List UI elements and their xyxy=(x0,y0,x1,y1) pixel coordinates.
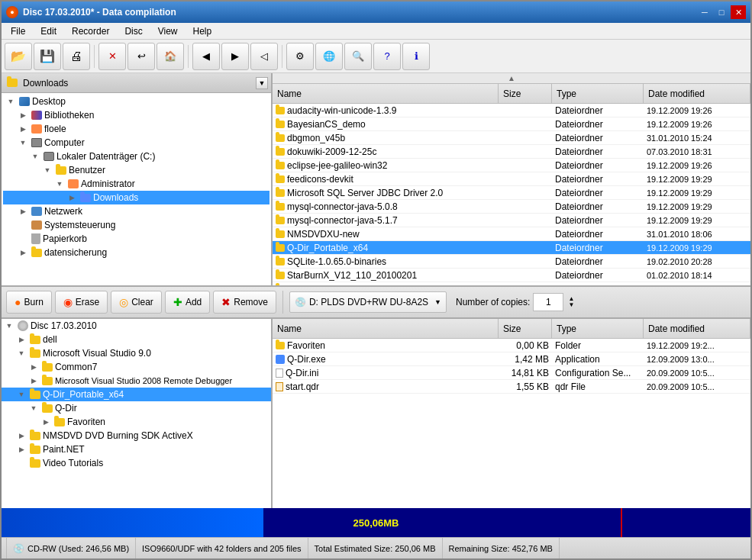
expander-disc-msvsremote[interactable]: ▶ xyxy=(27,375,40,387)
file-row[interactable]: StarBurnX_V12_110_20100201 Dateiordner 0… xyxy=(273,269,750,282)
expander-floele[interactable]: ▶ xyxy=(17,123,29,135)
tb-prev-button[interactable]: ◀ xyxy=(192,43,220,70)
expander-netzwerk[interactable]: ▶ xyxy=(17,205,29,217)
copies-input[interactable] xyxy=(533,293,563,311)
tb-settings-button[interactable]: ⚙ xyxy=(286,43,314,70)
menu-disc[interactable]: Disc xyxy=(118,24,148,38)
menu-view[interactable]: View xyxy=(152,24,184,38)
disc-tree-item-msvs[interactable]: ▼ Microsoft Visual Studio 9.0 xyxy=(2,346,271,360)
file-row[interactable]: Q-Dir_Portable_x64 Dateiordner 19.12.200… xyxy=(273,241,750,255)
tb-next-button[interactable]: ▶ xyxy=(221,43,249,70)
expander-datensicherung[interactable]: ▶ xyxy=(17,246,29,259)
disc-tree-pane[interactable]: ▼ Disc 17.03.2010 ▶ dell ▼ Microsoft Vis… xyxy=(2,319,273,508)
menu-help[interactable]: Help xyxy=(187,24,218,38)
tb-save-button[interactable]: 💾 xyxy=(34,43,61,70)
col-header-date[interactable]: Date modified xyxy=(644,84,750,103)
minimize-button[interactable]: ─ xyxy=(697,5,712,19)
expander-administrator[interactable]: ▼ xyxy=(53,178,66,190)
tb-open-button[interactable]: 📂 xyxy=(5,43,32,70)
tree-item-downloads[interactable]: ▶ Downloads xyxy=(3,191,269,204)
tree-item-lokaler[interactable]: ▼ Lokaler Datenträger (C:) xyxy=(3,150,269,163)
tb-search-button[interactable]: 🔍 xyxy=(344,43,372,70)
expander-disc-msvs[interactable]: ▼ xyxy=(15,347,27,359)
copies-spinner[interactable]: ▲ ▼ xyxy=(568,296,574,308)
disc-tree-item-qdirinner[interactable]: ▼ Q-Dir xyxy=(2,401,271,415)
file-row[interactable]: feedicons-devkit Dateiordner 19.12.2009 … xyxy=(273,172,750,186)
tree-item-benutzer[interactable]: ▼ Benutzer xyxy=(3,163,269,177)
burn-button[interactable]: ● Burn xyxy=(6,291,52,314)
disc-file-row[interactable]: start.qdr 1,55 KB qdr File 20.09.2009 10… xyxy=(273,380,750,394)
file-row[interactable]: eclipse-jee-galileo-win32 Dateiordner 19… xyxy=(273,159,750,172)
expander-disc-qdir[interactable]: ▼ xyxy=(15,388,27,401)
disc-col-header-date[interactable]: Date modified xyxy=(644,319,750,338)
tree-item-papierkorb[interactable]: ▶ Papierkorb xyxy=(3,232,269,246)
tb-print-button[interactable]: 🖨 xyxy=(63,43,90,70)
tree-item-systemsteuerung[interactable]: ▶ Systemsteuerung xyxy=(3,218,269,232)
menu-recorder[interactable]: Recorder xyxy=(66,24,115,38)
maximize-button[interactable]: □ xyxy=(714,5,729,19)
remove-button[interactable]: ✖ Remove xyxy=(213,291,276,314)
disc-tree-item-paintnet[interactable]: ▶ Paint.NET xyxy=(2,443,271,456)
disc-file-row[interactable]: Q-Dir.ini 14,81 KB Configuration Se... 2… xyxy=(273,366,750,380)
disc-tree-item-dell[interactable]: ▶ dell xyxy=(2,333,271,346)
expander-computer[interactable]: ▼ xyxy=(17,137,29,149)
disc-tree-item-common7[interactable]: ▶ Common7 xyxy=(2,360,271,374)
file-row[interactable]: dokuwiki-2009-12-25c Dateiordner 07.03.2… xyxy=(273,145,750,159)
close-button[interactable]: ✕ xyxy=(731,5,746,19)
erase-button[interactable]: ◉ Erase xyxy=(55,291,108,314)
copies-down-button[interactable]: ▼ xyxy=(568,302,574,308)
expander-desktop[interactable]: ▼ xyxy=(5,95,17,108)
file-row[interactable]: mysql-connector-java-5.0.8 Dateiordner 1… xyxy=(273,200,750,214)
file-row[interactable]: SQLite-1.0.65.0-binaries Dateiordner 19.… xyxy=(273,255,750,269)
tb-undo-button[interactable]: ↩ xyxy=(127,43,155,70)
file-row[interactable]: dbgmon_v45b Dateiordner 31.01.2010 15:24 xyxy=(273,131,750,145)
tb-help-button[interactable]: ? xyxy=(373,43,401,70)
expander-lokaler[interactable]: ▼ xyxy=(29,150,41,163)
disc-col-header-size[interactable]: Size xyxy=(499,319,552,338)
disc-tree-item-favoriten[interactable]: ▶ Favoriten xyxy=(2,415,271,429)
col-header-size[interactable]: Size xyxy=(499,84,552,103)
file-row[interactable]: audacity-win-unicode-1.3.9 Dateiordner 1… xyxy=(273,104,750,117)
disc-tree-item-qdir[interactable]: ▼ Q-Dir_Portable_x64 xyxy=(2,388,271,401)
expander-disc-favoriten[interactable]: ▶ xyxy=(40,416,52,428)
filetree-dropdown-button[interactable]: ▼ xyxy=(256,77,268,89)
expander-downloads[interactable]: ▶ xyxy=(66,191,78,204)
menu-file[interactable]: File xyxy=(5,24,31,38)
tb-delete-button[interactable]: ✕ xyxy=(98,43,126,70)
tree-item-netzwerk[interactable]: ▶ Netzwerk xyxy=(3,204,269,218)
disc-file-row[interactable]: Q-Dir.exe 1,42 MB Application 12.09.2009… xyxy=(273,352,750,366)
expander-benutzer[interactable]: ▼ xyxy=(41,164,53,176)
drive-select[interactable]: 💿 D: PLDS DVD+RW DU-8A2S ▼ xyxy=(289,291,447,313)
disc-col-header-type[interactable]: Type xyxy=(552,319,644,338)
file-row[interactable]: BayesianCS_demo Dateiordner 19.12.2009 1… xyxy=(273,117,750,131)
expander-disc-root[interactable]: ▼ xyxy=(3,320,15,332)
disc-tree-item-msvsremote[interactable]: ▶ Microsoft Visual Studio 2008 Remote De… xyxy=(2,374,271,388)
tree-item-datensicherung[interactable]: ▶ datensicherung xyxy=(3,246,269,259)
expander-disc-qdirinner[interactable]: ▼ xyxy=(27,402,40,414)
disc-file-row[interactable]: Favoriten 0,00 KB Folder 19.12.2009 19:2… xyxy=(273,339,750,352)
tb-globe-button[interactable]: 🌐 xyxy=(315,43,343,70)
file-row[interactable]: mysql-connector-java-5.1.7 Dateiordner 1… xyxy=(273,214,750,227)
menu-edit[interactable]: Edit xyxy=(34,24,63,38)
file-row[interactable]: StarBurnX_v12_140_20100312 Dateiordner 1… xyxy=(273,282,750,285)
expander-disc-dell[interactable]: ▶ xyxy=(15,333,27,346)
disc-file-content[interactable]: Favoriten 0,00 KB Folder 19.12.2009 19:2… xyxy=(273,339,750,508)
tree-item-desktop[interactable]: ▼ Desktop xyxy=(3,95,269,108)
disc-tree-item-root[interactable]: ▼ Disc 17.03.2010 xyxy=(2,319,271,333)
col-header-name[interactable]: Name xyxy=(273,84,499,103)
expander-disc-common7[interactable]: ▶ xyxy=(27,361,40,373)
expander-disc-nmsdvd[interactable]: ▶ xyxy=(15,430,27,442)
expander-disc-paintnet[interactable]: ▶ xyxy=(15,443,27,455)
clear-button[interactable]: ◎ Clear xyxy=(111,291,162,314)
tb-back-button[interactable]: ◁ xyxy=(250,43,278,70)
col-header-type[interactable]: Type xyxy=(552,84,644,103)
file-row[interactable]: Microsoft SQL Server JDBC Driver 2.0 Dat… xyxy=(273,186,750,200)
tree-item-bibliotheken[interactable]: ▶ Bibliotheken xyxy=(3,108,269,122)
tb-info-button[interactable]: ℹ xyxy=(402,43,430,70)
disc-tree-item-nmsdvd[interactable]: ▶ NMSDVD DVD Burning SDK ActiveX xyxy=(2,429,271,443)
tb-home-button[interactable]: 🏠 xyxy=(157,43,184,70)
file-tree-content[interactable]: ▼ Desktop ▶ Bibliotheken ▶ xyxy=(2,93,271,285)
disc-tree-item-videotutorials[interactable]: ▶ Video Tutorials xyxy=(2,456,271,470)
add-button[interactable]: ✚ Add xyxy=(165,291,210,314)
tree-item-administrator[interactable]: ▼ Administrator xyxy=(3,177,269,191)
